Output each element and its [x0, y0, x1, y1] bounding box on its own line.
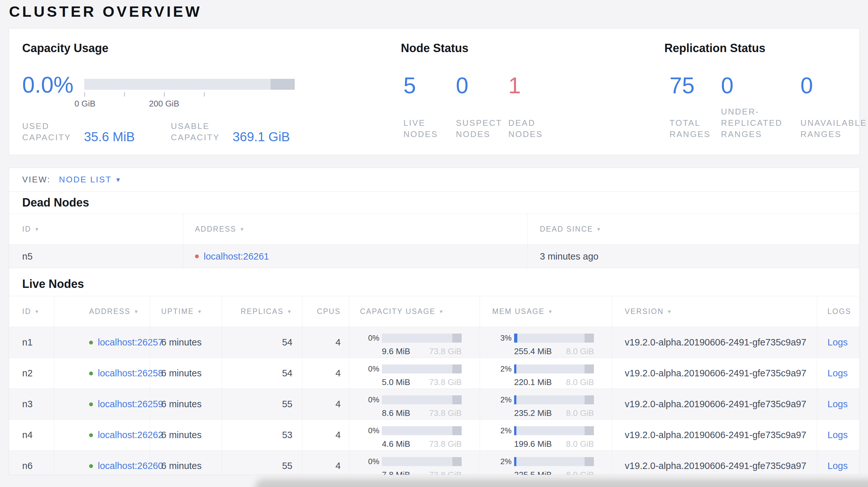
node-status-stats: 5 LIVE NODES 0 SUSPECT NODES 1 [403, 74, 561, 140]
column-header-id[interactable]: ID▼ [9, 214, 183, 245]
nodes-card: VIEW: NODE LIST ▾ Dead Nodes ID▼ ADDRESS… [9, 168, 860, 475]
live-nodes-stat: 5 LIVE NODES [403, 74, 456, 140]
mem-meter [514, 457, 594, 466]
capacity-used-percent: 0.0% [22, 74, 74, 96]
capacity-usage-title: Capacity Usage [22, 41, 108, 55]
capacity-meter [382, 364, 462, 374]
live-node-row: n3 localhost:26259 6 minutes 55 4 0% 8.6… [9, 389, 859, 419]
axis-tick [124, 92, 125, 97]
unavailable-ranges-count: 0 [800, 74, 868, 97]
sort-arrow-icon: ▼ [548, 309, 553, 314]
logs-link[interactable]: Logs [828, 430, 848, 441]
under-replicated-ranges-stat: 0 UNDER- REPLICATED RANGES [721, 74, 800, 140]
view-bar: VIEW: NODE LIST ▾ [9, 168, 859, 192]
node-id: n1 [9, 327, 54, 358]
logs-link[interactable]: Logs [828, 399, 848, 410]
node-replicas: 55 [222, 389, 302, 419]
sort-arrow-icon: ▼ [240, 226, 245, 232]
node-cpus: 4 [302, 358, 349, 389]
total-ranges-label: TOTAL RANGES [670, 118, 721, 140]
column-header-replicas[interactable]: REPLICAS▼ [222, 296, 302, 327]
axis-tick [164, 92, 165, 97]
node-uptime: 6 minutes [150, 358, 222, 389]
node-id: n2 [9, 358, 54, 389]
usable-capacity-label: USABLE CAPACITY [171, 121, 220, 143]
dead-nodes-label: DEAD NODES [508, 118, 561, 140]
sort-arrow-icon: ▼ [667, 309, 672, 314]
node-cpus: 4 [302, 451, 349, 475]
sort-arrow-icon: ▼ [197, 309, 203, 314]
node-capacity-usage: 0% 4.6 MiB73.8 GiB [349, 420, 480, 450]
column-header-address[interactable]: ADDRESS▼ [54, 296, 150, 327]
node-address-cell: localhost:26260 [54, 451, 150, 475]
sort-arrow-icon: ▼ [34, 226, 40, 232]
node-address-cell: localhost:26259 [54, 389, 150, 419]
axis-tick [84, 92, 85, 97]
view-dropdown[interactable]: NODE LIST ▾ [59, 175, 120, 185]
column-header-address[interactable]: ADDRESS▼ [183, 214, 527, 245]
node-version: v19.2.0-alpha.20190606-2491-gfe735c9a97 [612, 420, 817, 450]
unavailable-ranges-label: UNAVAILABLE RANGES [800, 118, 868, 140]
column-header-capacity-usage[interactable]: CAPACITY USAGE▼ [349, 296, 480, 327]
live-status-dot-icon [89, 433, 93, 437]
column-header-id[interactable]: ID▼ [9, 296, 54, 327]
node-address-link[interactable]: localhost:26261 [204, 251, 269, 262]
cluster-overview-page: CLUSTER OVERVIEW Capacity Usage 0.0% 0 G… [0, 0, 868, 487]
axis-label-0gib: 0 GiB [74, 99, 95, 109]
logs-link[interactable]: Logs [828, 368, 848, 379]
live-nodes-table: ID▼ ADDRESS▼ UPTIME▼ REPLICAS▼ CPUS CAPA… [9, 296, 859, 475]
node-id: n5 [9, 245, 183, 268]
axis-label-200gib: 200 GiB [149, 99, 179, 109]
mem-meter [514, 426, 594, 435]
live-nodes-heading: Live Nodes [9, 268, 859, 296]
live-node-row: n2 localhost:26258 6 minutes 54 4 0% 5.0… [9, 358, 859, 389]
column-header-uptime[interactable]: UPTIME▼ [150, 296, 222, 327]
node-status-title: Node Status [401, 41, 468, 55]
capacity-stats: USED CAPACITY 35.6 MiB USABLE CAPACITY 3… [22, 121, 290, 143]
live-nodes-label: LIVE NODES [403, 118, 456, 140]
node-uptime: 6 minutes [150, 451, 222, 475]
bottom-edge-shadow [255, 479, 868, 487]
column-header-cpus: CPUS [302, 296, 349, 327]
dead-nodes-stat: 1 DEAD NODES [508, 74, 561, 140]
node-logs-cell: Logs [817, 389, 860, 419]
live-nodes-header-row: ID▼ ADDRESS▼ UPTIME▼ REPLICAS▼ CPUS CAPA… [9, 296, 859, 327]
dead-nodes-table: ID▼ ADDRESS▼ DEAD SINCE▼ n5 localhost:26… [9, 214, 859, 268]
capacity-meter [382, 457, 462, 466]
logs-link[interactable]: Logs [828, 461, 848, 471]
live-status-dot-icon [89, 402, 93, 406]
unavailable-ranges-stat: 0 UNAVAILABLE RANGES [800, 74, 868, 140]
sort-arrow-icon: ▼ [596, 226, 602, 232]
capacity-meter [382, 395, 462, 404]
node-mem-usage: 2% 220.1 MiB8.0 GiB [480, 358, 612, 389]
column-header-dead-since[interactable]: DEAD SINCE▼ [527, 214, 860, 245]
suspect-nodes-label: SUSPECT NODES [456, 118, 508, 140]
capacity-meter [382, 426, 462, 435]
node-replicas: 54 [222, 327, 302, 358]
sort-arrow-icon: ▼ [287, 309, 292, 314]
live-node-row: n4 localhost:26262 6 minutes 53 4 0% 4.6… [9, 419, 859, 450]
node-capacity-usage: 0% 7.8 MiB73.8 GiB [349, 451, 480, 475]
node-logs-cell: Logs [817, 327, 860, 358]
mem-meter [514, 395, 594, 404]
column-header-version[interactable]: VERSION▼ [612, 296, 817, 327]
node-status-section: Node Status 5 LIVE NODES 0 SUSPECT NODES [401, 29, 652, 155]
total-ranges-stat: 75 TOTAL RANGES [670, 74, 721, 140]
suspect-nodes-count: 0 [456, 74, 508, 97]
used-capacity-label: USED CAPACITY [22, 121, 71, 143]
node-version: v19.2.0-alpha.20190606-2491-gfe735c9a97 [612, 389, 817, 419]
column-header-mem-usage[interactable]: MEM USAGE▼ [480, 296, 612, 327]
node-replicas: 54 [222, 358, 302, 389]
dead-node-row: n5 localhost:26261 3 minutes ago [9, 245, 859, 268]
live-status-dot-icon [89, 464, 93, 468]
summary-card: Capacity Usage 0.0% 0 GiB 200 GiB USED C… [9, 28, 860, 155]
suspect-nodes-stat: 0 SUSPECT NODES [456, 74, 508, 140]
node-replicas: 55 [222, 451, 302, 475]
node-uptime: 6 minutes [150, 389, 222, 419]
mem-meter [514, 333, 594, 343]
logs-link[interactable]: Logs [828, 337, 848, 348]
sort-arrow-icon: ▼ [134, 309, 139, 314]
dead-status-dot-icon [195, 254, 199, 258]
node-uptime: 6 minutes [150, 327, 222, 358]
live-status-dot-icon [89, 371, 93, 376]
